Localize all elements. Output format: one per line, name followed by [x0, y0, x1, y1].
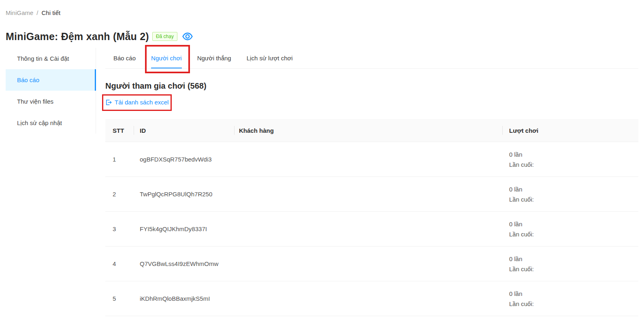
table-header-row: STT ID Khách hàng Lượt chơi: [105, 119, 638, 142]
table-row: 2 TwPglQcRPG8UlQh7R250 0 lần Lần cuối:: [105, 177, 638, 212]
cell-plays: 0 lần Lần cuối:: [502, 149, 638, 170]
sidebar-item-report[interactable]: Báo cáo: [6, 69, 96, 91]
cell-stt: 4: [105, 260, 134, 267]
last-play: Lần cuối:: [509, 299, 638, 309]
table-row: 5 iKDhRmQloBBaxmjkS5mI 0 lần Lần cuối:: [105, 281, 638, 316]
tab-nguoi-choi[interactable]: Người chơi: [151, 48, 182, 68]
last-play: Lần cuối:: [509, 264, 638, 274]
cell-id: TwPglQcRPG8UlQh7R250: [134, 191, 234, 198]
tab-bar: Báo cáo Người chơi Người thắng Lịch sử l…: [105, 48, 638, 69]
title-row: MiniGame: Đệm xanh (Mẫu 2) Đã chạy: [0, 29, 644, 44]
export-link-label: Tải danh sách excel: [115, 98, 168, 107]
cell-plays: 0 lần Lần cuối:: [502, 254, 638, 274]
breadcrumb: MiniGame/Chi tiết: [0, 0, 644, 16]
cell-stt: 2: [105, 191, 134, 198]
main-layout: Thông tin & Cài đặt Báo cáo Thư viện fil…: [0, 48, 644, 316]
sidebar-item-label: Lịch sử cập nhật: [17, 119, 62, 126]
export-icon: [105, 99, 112, 106]
plays-count: 0 lần: [509, 149, 638, 159]
last-play: Lần cuối:: [509, 229, 638, 239]
cell-id: ogBFDXSqR757bedvWdi3: [134, 156, 234, 163]
section-heading: Người tham gia chơi (568): [105, 80, 638, 91]
tab-nguoi-thang[interactable]: Người thắng: [197, 48, 231, 68]
column-header-stt: STT: [105, 119, 134, 142]
tab-lich-su-luot-choi[interactable]: Lịch sử lượt chơi: [247, 48, 293, 68]
cell-id: iKDhRmQloBBaxmjkS5mI: [134, 295, 234, 302]
plays-count: 0 lần: [509, 289, 638, 299]
sidebar-item-info-settings[interactable]: Thông tin & Cài đặt: [6, 48, 96, 69]
column-header-id: ID: [134, 119, 234, 142]
breadcrumb-minigame[interactable]: MiniGame: [6, 9, 33, 16]
table-row: 3 FYI5k4gQIJKhmDy8337I 0 lần Lần cuối:: [105, 212, 638, 247]
sidebar-item-label: Thông tin & Cài đặt: [17, 55, 69, 62]
page-title: MiniGame: Đệm xanh (Mẫu 2): [6, 29, 149, 44]
cell-plays: 0 lần Lần cuối:: [502, 184, 638, 204]
breadcrumb-separator: /: [36, 9, 38, 16]
cell-plays: 0 lần Lần cuối:: [502, 289, 638, 309]
breadcrumb-current: Chi tiết: [42, 9, 61, 16]
column-header-plays: Lượt chơi: [502, 119, 638, 142]
plays-count: 0 lần: [509, 254, 638, 264]
tab-bao-cao[interactable]: Báo cáo: [113, 48, 136, 68]
plays-count: 0 lần: [509, 184, 638, 194]
sidebar: Thông tin & Cài đặt Báo cáo Thư viện fil…: [0, 48, 96, 134]
eye-icon[interactable]: [182, 32, 193, 41]
page: MiniGame/Chi tiết MiniGame: Đệm xanh (Mẫ…: [0, 0, 644, 316]
last-play: Lần cuối:: [509, 159, 638, 170]
content-panel: Báo cáo Người chơi Người thắng Lịch sử l…: [105, 48, 638, 316]
sidebar-item-update-history[interactable]: Lịch sử cập nhật: [6, 112, 96, 134]
players-table: STT ID Khách hàng Lượt chơi 1 ogBFDXSqR7…: [105, 119, 638, 316]
cell-stt: 5: [105, 295, 134, 302]
table-row: 4 Q7VGBwLss4I9zEWhmOmw 0 lần Lần cuối:: [105, 247, 638, 281]
cell-plays: 0 lần Lần cuối:: [502, 219, 638, 239]
sidebar-item-file-library[interactable]: Thư viện files: [6, 91, 96, 112]
cell-id: FYI5k4gQIJKhmDy8337I: [134, 225, 234, 232]
sidebar-item-label: Báo cáo: [17, 77, 39, 83]
cell-stt: 3: [105, 225, 134, 232]
plays-count: 0 lần: [509, 219, 638, 229]
sidebar-item-label: Thư viện files: [17, 98, 53, 105]
cell-stt: 1: [105, 156, 134, 163]
export-wrap: Tải danh sách excel: [105, 98, 168, 107]
export-excel-link[interactable]: Tải danh sách excel: [105, 98, 168, 107]
table-row: 1 ogBFDXSqR757bedvWdi3 0 lần Lần cuối:: [105, 142, 638, 177]
sidebar-menu: Thông tin & Cài đặt Báo cáo Thư viện fil…: [0, 48, 96, 134]
last-play: Lần cuối:: [509, 194, 638, 204]
column-header-customer: Khách hàng: [234, 119, 502, 142]
cell-id: Q7VGBwLss4I9zEWhmOmw: [134, 260, 234, 267]
status-badge: Đã chạy: [152, 32, 177, 41]
